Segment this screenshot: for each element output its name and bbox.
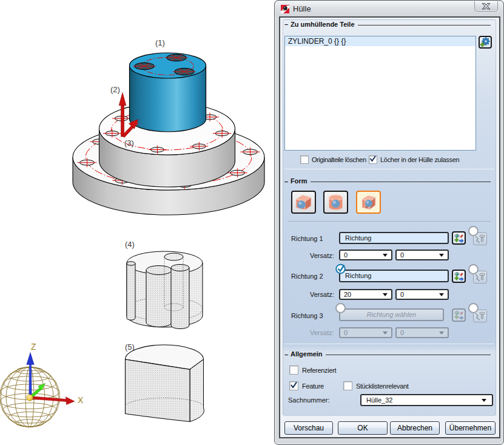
svg-text:(2): (2): [110, 85, 120, 94]
svg-text:X: X: [78, 395, 84, 405]
svg-text:(3): (3): [124, 138, 134, 148]
svg-text:Z: Z: [31, 342, 36, 352]
svg-text:(4): (4): [125, 240, 135, 249]
svg-text:(1): (1): [155, 38, 165, 47]
svg-text:(5): (5): [125, 342, 135, 352]
